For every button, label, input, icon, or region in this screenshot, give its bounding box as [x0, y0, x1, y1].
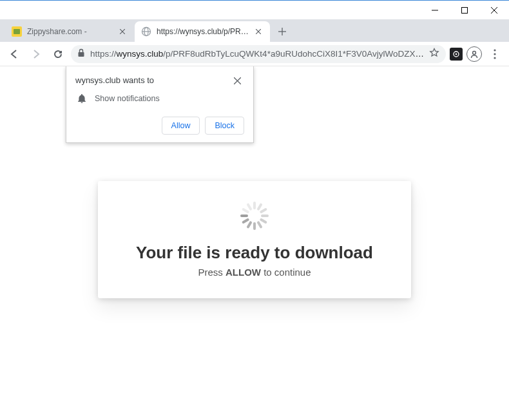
favicon-icon — [12, 26, 22, 37]
download-card: Your file is ready to download Press ALL… — [98, 181, 411, 298]
tab-wynsys[interactable]: https://wynsys.club/p/PRF8udRb — [135, 21, 270, 42]
tab-strip: Zippyshare.com - https://wynsys.club/p/P… — [0, 19, 509, 42]
tab-close-button[interactable] — [117, 26, 128, 37]
tab-close-button[interactable] — [253, 26, 264, 37]
permission-request-text: Show notifications — [95, 94, 160, 103]
new-tab-button[interactable] — [273, 23, 291, 41]
window-maximize-button[interactable] — [450, 1, 479, 19]
reload-button[interactable] — [49, 45, 67, 63]
svg-rect-9 — [462, 7, 468, 13]
window-titlebar — [0, 0, 509, 19]
svg-point-26 — [473, 51, 476, 54]
svg-point-25 — [456, 53, 457, 55]
tab-zippyshare[interactable]: Zippyshare.com - — [5, 21, 134, 42]
permission-close-button[interactable] — [234, 75, 244, 86]
allow-button[interactable]: Allow — [162, 117, 200, 135]
svg-rect-23 — [79, 52, 84, 57]
page-content: wynsys.club wants to Show notifications … — [0, 66, 509, 420]
permission-origin-text: wynsys.club wants to — [75, 75, 234, 85]
extension-icon[interactable] — [450, 48, 463, 61]
svg-point-29 — [494, 57, 495, 59]
url-text: https://wynsys.club/p/PRF8udRbTyLcuQWKt4… — [90, 49, 424, 59]
window-minimize-button[interactable] — [420, 1, 450, 19]
browser-toolbar: https://wynsys.club/p/PRF8udRbTyLcuQWKt4… — [0, 42, 509, 66]
profile-avatar-button[interactable] — [466, 46, 482, 62]
bell-icon — [77, 93, 87, 104]
bookmark-star-icon[interactable] — [429, 48, 439, 60]
notification-permission-dialog: wynsys.club wants to Show notifications … — [66, 66, 254, 143]
spinner-icon — [240, 202, 269, 230]
window-close-button[interactable] — [479, 1, 509, 19]
card-heading: Your file is ready to download — [111, 243, 398, 263]
address-bar[interactable]: https://wynsys.club/p/PRF8udRbTyLcuQWKt4… — [71, 45, 446, 63]
lock-icon — [77, 48, 85, 59]
card-subtext: Press ALLOW to continue — [111, 267, 398, 278]
svg-point-28 — [494, 53, 495, 55]
svg-rect-13 — [14, 29, 20, 34]
forward-button[interactable] — [27, 45, 45, 63]
block-button[interactable]: Block — [205, 117, 244, 135]
tab-title: https://wynsys.club/p/PRF8udRb — [157, 27, 253, 36]
back-button[interactable] — [5, 45, 23, 63]
favicon-icon — [141, 26, 151, 37]
tab-title: Zippyshare.com - — [27, 27, 117, 36]
svg-point-27 — [494, 49, 495, 51]
menu-button[interactable] — [486, 45, 504, 63]
